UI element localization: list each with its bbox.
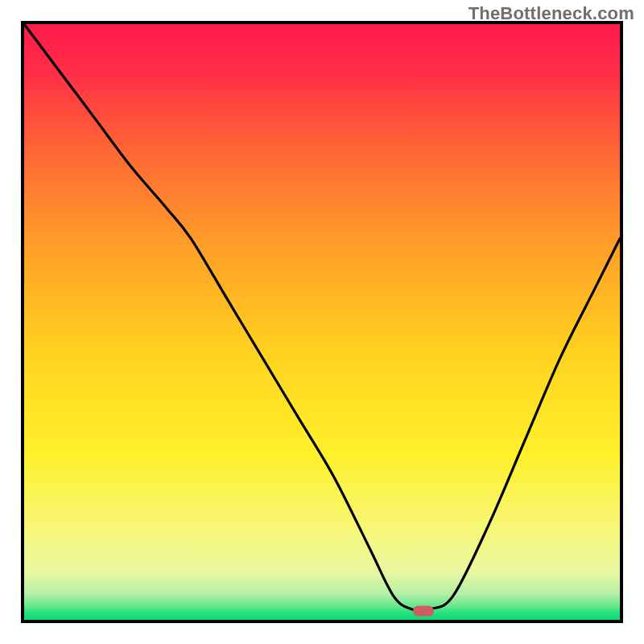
chart-wrap: TheBottleneck.com	[0, 0, 644, 644]
watermark-text: TheBottleneck.com	[469, 3, 634, 24]
bottleneck-curve	[24, 24, 620, 620]
bottleneck-marker	[413, 605, 434, 616]
plot-area	[24, 24, 620, 620]
